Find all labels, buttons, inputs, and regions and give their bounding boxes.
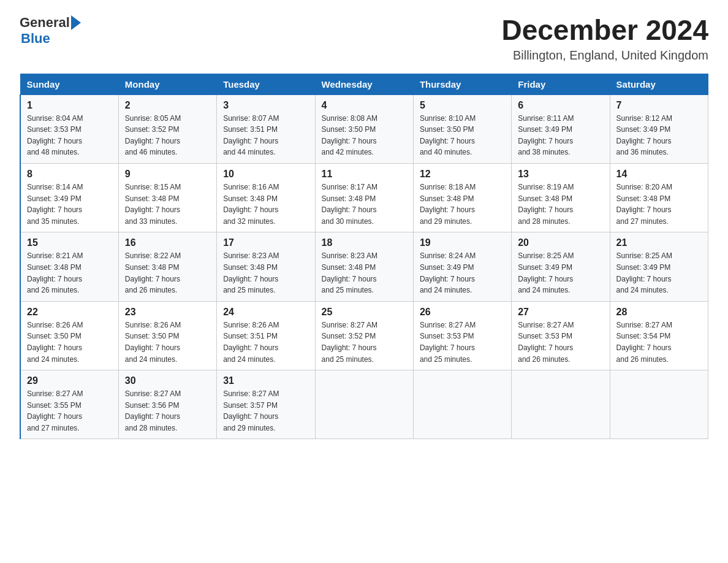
- logo-general-text: General: [20, 15, 70, 31]
- day-info: Sunrise: 8:25 AMSunset: 3:49 PMDaylight:…: [616, 251, 672, 294]
- day-number: 20: [518, 237, 603, 248]
- day-number: 19: [420, 237, 505, 248]
- calendar-cell: 27 Sunrise: 8:27 AMSunset: 3:53 PMDaylig…: [512, 301, 610, 370]
- day-number: 2: [125, 100, 210, 111]
- calendar-cell: 25 Sunrise: 8:27 AMSunset: 3:52 PMDaylig…: [315, 301, 413, 370]
- day-info: Sunrise: 8:19 AMSunset: 3:48 PMDaylight:…: [518, 183, 574, 226]
- calendar-cell: 2 Sunrise: 8:05 AMSunset: 3:52 PMDayligh…: [118, 94, 216, 163]
- calendar-cell: 29 Sunrise: 8:27 AMSunset: 3:55 PMDaylig…: [20, 370, 118, 439]
- day-number: 11: [322, 169, 407, 180]
- calendar-cell: 4 Sunrise: 8:08 AMSunset: 3:50 PMDayligh…: [315, 94, 413, 163]
- day-number: 28: [616, 307, 702, 318]
- calendar-cell: 20 Sunrise: 8:25 AMSunset: 3:49 PMDaylig…: [512, 232, 610, 301]
- calendar-week-row: 8 Sunrise: 8:14 AMSunset: 3:49 PMDayligh…: [20, 163, 708, 232]
- calendar-cell: 10 Sunrise: 8:16 AMSunset: 3:48 PMDaylig…: [217, 163, 315, 232]
- day-number: 1: [27, 100, 112, 111]
- day-info: Sunrise: 8:15 AMSunset: 3:48 PMDaylight:…: [125, 183, 181, 226]
- col-header-sunday: Sunday: [20, 74, 118, 94]
- logo-blue-text: Blue: [21, 31, 50, 46]
- calendar-cell: 19 Sunrise: 8:24 AMSunset: 3:49 PMDaylig…: [413, 232, 511, 301]
- day-number: 6: [518, 100, 603, 111]
- day-info: Sunrise: 8:26 AMSunset: 3:51 PMDaylight:…: [223, 321, 279, 364]
- calendar-cell: 3 Sunrise: 8:07 AMSunset: 3:51 PMDayligh…: [217, 94, 315, 163]
- day-info: Sunrise: 8:18 AMSunset: 3:48 PMDaylight:…: [420, 183, 476, 226]
- col-header-friday: Friday: [512, 74, 610, 94]
- day-number: 13: [518, 169, 603, 180]
- calendar-cell: 9 Sunrise: 8:15 AMSunset: 3:48 PMDayligh…: [118, 163, 216, 232]
- calendar-week-row: 15 Sunrise: 8:21 AMSunset: 3:48 PMDaylig…: [20, 232, 708, 301]
- calendar-subtitle: Billington, England, United Kingdom: [501, 48, 708, 63]
- day-info: Sunrise: 8:08 AMSunset: 3:50 PMDaylight:…: [322, 114, 377, 157]
- calendar-week-row: 1 Sunrise: 8:04 AMSunset: 3:53 PMDayligh…: [20, 94, 708, 163]
- calendar-week-row: 22 Sunrise: 8:26 AMSunset: 3:50 PMDaylig…: [20, 301, 708, 370]
- calendar-cell: 30 Sunrise: 8:27 AMSunset: 3:56 PMDaylig…: [118, 370, 216, 439]
- day-number: 30: [125, 375, 210, 386]
- calendar-cell: 17 Sunrise: 8:23 AMSunset: 3:48 PMDaylig…: [217, 232, 315, 301]
- day-number: 4: [322, 100, 407, 111]
- logo-triangle-icon: [71, 15, 81, 30]
- day-info: Sunrise: 8:07 AMSunset: 3:51 PMDaylight:…: [223, 114, 279, 157]
- calendar-cell: 15 Sunrise: 8:21 AMSunset: 3:48 PMDaylig…: [20, 232, 118, 301]
- day-info: Sunrise: 8:10 AMSunset: 3:50 PMDaylight:…: [420, 114, 476, 157]
- calendar-cell: [413, 370, 511, 439]
- day-info: Sunrise: 8:17 AMSunset: 3:48 PMDaylight:…: [322, 183, 377, 226]
- calendar-header-row: SundayMondayTuesdayWednesdayThursdayFrid…: [20, 74, 708, 94]
- calendar-cell: [315, 370, 413, 439]
- day-number: 25: [322, 307, 407, 318]
- calendar-week-row: 29 Sunrise: 8:27 AMSunset: 3:55 PMDaylig…: [20, 370, 708, 439]
- day-number: 12: [420, 169, 505, 180]
- col-header-wednesday: Wednesday: [315, 74, 413, 94]
- day-number: 27: [518, 307, 603, 318]
- day-info: Sunrise: 8:27 AMSunset: 3:53 PMDaylight:…: [420, 321, 476, 364]
- day-info: Sunrise: 8:27 AMSunset: 3:55 PMDaylight:…: [27, 389, 83, 432]
- day-info: Sunrise: 8:16 AMSunset: 3:48 PMDaylight:…: [223, 183, 279, 226]
- calendar-cell: 23 Sunrise: 8:26 AMSunset: 3:50 PMDaylig…: [118, 301, 216, 370]
- day-number: 10: [223, 169, 308, 180]
- day-info: Sunrise: 8:23 AMSunset: 3:48 PMDaylight:…: [223, 251, 279, 294]
- day-number: 3: [223, 100, 308, 111]
- day-info: Sunrise: 8:26 AMSunset: 3:50 PMDaylight:…: [125, 321, 181, 364]
- calendar-cell: 21 Sunrise: 8:25 AMSunset: 3:49 PMDaylig…: [610, 232, 708, 301]
- day-info: Sunrise: 8:23 AMSunset: 3:48 PMDaylight:…: [322, 251, 377, 294]
- day-info: Sunrise: 8:20 AMSunset: 3:48 PMDaylight:…: [616, 183, 672, 226]
- day-info: Sunrise: 8:27 AMSunset: 3:56 PMDaylight:…: [125, 389, 181, 432]
- day-info: Sunrise: 8:26 AMSunset: 3:50 PMDaylight:…: [27, 321, 83, 364]
- day-info: Sunrise: 8:27 AMSunset: 3:53 PMDaylight:…: [518, 321, 574, 364]
- day-number: 16: [125, 237, 210, 248]
- calendar-cell: 12 Sunrise: 8:18 AMSunset: 3:48 PMDaylig…: [413, 163, 511, 232]
- day-number: 8: [27, 169, 112, 180]
- calendar-cell: 13 Sunrise: 8:19 AMSunset: 3:48 PMDaylig…: [512, 163, 610, 232]
- day-info: Sunrise: 8:24 AMSunset: 3:49 PMDaylight:…: [420, 251, 476, 294]
- col-header-saturday: Saturday: [610, 74, 708, 94]
- day-number: 9: [125, 169, 210, 180]
- day-number: 22: [27, 307, 112, 318]
- calendar-table: SundayMondayTuesdayWednesdayThursdayFrid…: [20, 74, 708, 440]
- day-number: 18: [322, 237, 407, 248]
- calendar-title: December 2024: [501, 15, 708, 46]
- calendar-cell: 8 Sunrise: 8:14 AMSunset: 3:49 PMDayligh…: [20, 163, 118, 232]
- day-info: Sunrise: 8:25 AMSunset: 3:49 PMDaylight:…: [518, 251, 574, 294]
- day-info: Sunrise: 8:27 AMSunset: 3:52 PMDaylight:…: [322, 321, 377, 364]
- calendar-cell: 1 Sunrise: 8:04 AMSunset: 3:53 PMDayligh…: [20, 94, 118, 163]
- day-number: 24: [223, 307, 308, 318]
- day-info: Sunrise: 8:27 AMSunset: 3:57 PMDaylight:…: [223, 389, 279, 432]
- calendar-cell: 31 Sunrise: 8:27 AMSunset: 3:57 PMDaylig…: [217, 370, 315, 439]
- calendar-cell: 16 Sunrise: 8:22 AMSunset: 3:48 PMDaylig…: [118, 232, 216, 301]
- day-number: 29: [27, 375, 112, 386]
- day-number: 21: [616, 237, 702, 248]
- day-info: Sunrise: 8:21 AMSunset: 3:48 PMDaylight:…: [27, 251, 83, 294]
- calendar-cell: 11 Sunrise: 8:17 AMSunset: 3:48 PMDaylig…: [315, 163, 413, 232]
- calendar-cell: 24 Sunrise: 8:26 AMSunset: 3:51 PMDaylig…: [217, 301, 315, 370]
- day-number: 31: [223, 375, 308, 386]
- day-info: Sunrise: 8:05 AMSunset: 3:52 PMDaylight:…: [125, 114, 181, 157]
- day-number: 23: [125, 307, 210, 318]
- day-info: Sunrise: 8:22 AMSunset: 3:48 PMDaylight:…: [125, 251, 181, 294]
- day-info: Sunrise: 8:27 AMSunset: 3:54 PMDaylight:…: [616, 321, 672, 364]
- day-number: 5: [420, 100, 505, 111]
- day-number: 14: [616, 169, 702, 180]
- calendar-cell: 7 Sunrise: 8:12 AMSunset: 3:49 PMDayligh…: [610, 94, 708, 163]
- calendar-cell: 5 Sunrise: 8:10 AMSunset: 3:50 PMDayligh…: [413, 94, 511, 163]
- logo-area: General Blue: [20, 15, 82, 47]
- day-info: Sunrise: 8:14 AMSunset: 3:49 PMDaylight:…: [27, 183, 83, 226]
- title-area: December 2024 Billington, England, Unite…: [501, 15, 708, 63]
